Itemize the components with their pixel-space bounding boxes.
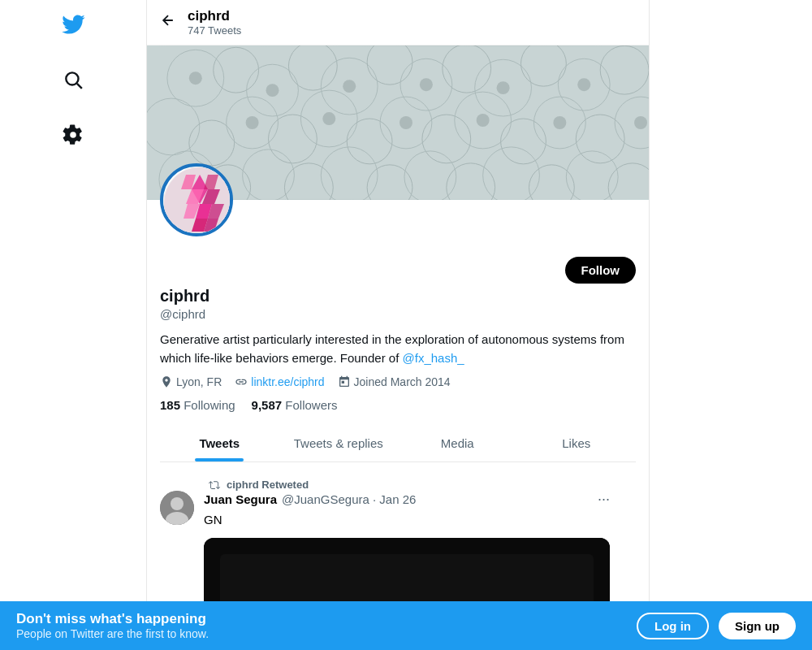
tab-tweets[interactable]: Tweets <box>160 425 279 462</box>
svg-point-50 <box>553 116 566 129</box>
avatar-area <box>160 200 636 249</box>
svg-point-48 <box>400 116 412 129</box>
svg-point-0 <box>66 72 78 84</box>
avatar <box>160 163 233 236</box>
tab-likes[interactable]: Likes <box>517 425 637 462</box>
retweet-text: ciphrd Retweted <box>227 479 309 491</box>
svg-point-42 <box>343 80 356 93</box>
bottom-banner-title: Don't miss what's happening <box>16 611 637 627</box>
bottom-banner-buttons: Log in Sign up <box>637 613 796 639</box>
followers-count: 9,587 <box>252 398 283 412</box>
follow-button[interactable]: Follow <box>565 257 637 284</box>
joined-item: Joined March 2014 <box>338 375 451 388</box>
tweet-avatar <box>160 491 194 525</box>
follow-button-area: Follow <box>160 249 636 284</box>
bottom-banner-text: Don't miss what's happening People on Tw… <box>16 611 637 640</box>
following-label: Following <box>184 398 235 412</box>
tweet-handle-date: @JuanGSegura · Jan 26 <box>282 492 416 506</box>
search-icon[interactable] <box>57 63 89 96</box>
bio-text: Generative artist particularly intereste… <box>160 332 624 365</box>
followers-stat[interactable]: 9,587 Followers <box>252 398 338 412</box>
meta-row: Lyon, FR linktr.ee/ciphrd Joined March 2… <box>160 375 636 388</box>
header-user-info: ciphrd 747 Tweets <box>188 8 241 37</box>
tweet-avatar-img <box>160 491 194 525</box>
website-link[interactable]: linktr.ee/ciphrd <box>251 375 324 388</box>
bottom-banner: Don't miss what's happening People on Tw… <box>0 601 812 650</box>
bio: Generative artist particularly intereste… <box>160 331 636 367</box>
followers-label: Followers <box>285 398 337 412</box>
tweet-more-button[interactable]: ··· <box>598 491 610 508</box>
header-username: ciphrd <box>188 8 241 24</box>
svg-point-43 <box>420 78 433 91</box>
handle: @ciphrd <box>160 307 636 321</box>
svg-point-51 <box>634 116 647 129</box>
following-count: 185 <box>160 398 180 412</box>
login-button[interactable]: Log in <box>637 613 709 639</box>
main-content: ciphrd 747 Tweets <box>146 0 650 650</box>
tab-media[interactable]: Media <box>398 425 517 462</box>
tweet-text: GN <box>204 511 610 530</box>
bottom-banner-subtitle: People on Twitter are the first to know. <box>16 627 637 640</box>
profile-header: ciphrd 747 Tweets <box>147 0 649 46</box>
svg-point-49 <box>477 114 490 127</box>
svg-point-40 <box>189 72 202 84</box>
tweet-author: Juan Segura <box>204 492 277 506</box>
svg-point-41 <box>266 84 279 97</box>
profile-section: Follow ciphrd @ciphrd Generative artist … <box>147 200 649 462</box>
tweet-meta: Juan Segura @JuanGSegura · Jan 26 ··· <box>204 491 610 508</box>
svg-point-44 <box>497 81 510 94</box>
joined-text: Joined March 2014 <box>354 375 451 388</box>
signup-button[interactable]: Sign up <box>719 613 796 639</box>
following-stat[interactable]: 185 Following <box>160 398 235 412</box>
svg-point-45 <box>577 78 590 91</box>
location-item: Lyon, FR <box>160 375 222 388</box>
location-text: Lyon, FR <box>176 375 222 388</box>
back-button[interactable] <box>160 12 176 32</box>
bio-link[interactable]: @fx_hash_ <box>402 351 464 365</box>
svg-point-47 <box>322 112 335 125</box>
profile-tabs: Tweets Tweets & replies Media Likes <box>160 425 636 462</box>
settings-icon[interactable] <box>57 119 89 151</box>
svg-point-46 <box>246 116 259 129</box>
svg-point-66 <box>171 497 184 510</box>
twitter-logo[interactable] <box>57 8 89 41</box>
display-name: ciphrd <box>160 287 636 306</box>
stats-row: 185 Following 9,587 Followers <box>160 398 636 412</box>
header-tweet-count: 747 Tweets <box>188 24 241 37</box>
retweet-label: ciphrd Retweted <box>160 472 636 491</box>
svg-line-1 <box>77 84 82 89</box>
sidebar <box>0 0 146 650</box>
website-item: linktr.ee/ciphrd <box>235 375 324 388</box>
tab-tweets-replies[interactable]: Tweets & replies <box>279 425 399 462</box>
